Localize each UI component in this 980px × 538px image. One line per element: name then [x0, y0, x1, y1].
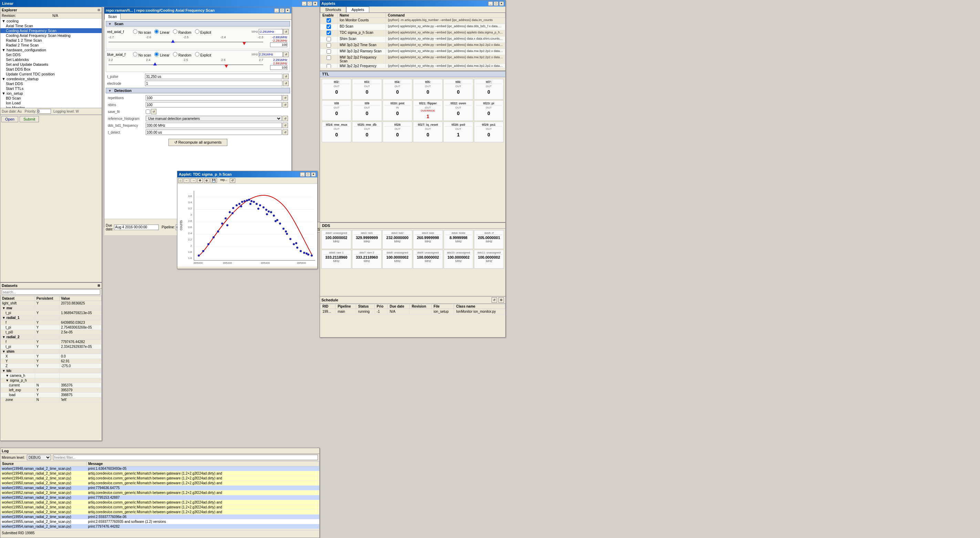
red-refresh-btn[interactable]: ↺ — [283, 29, 289, 35]
tree-item[interactable]: Ion Load — [0, 100, 102, 105]
explicit-radio[interactable] — [195, 29, 199, 34]
dataset-row[interactable]: ▼ radial_1 — [1, 315, 102, 320]
t-detect-refresh[interactable]: ↺ — [282, 129, 288, 135]
tree-item[interactable]: ▼ cooling — [0, 19, 102, 24]
dds-channel[interactable]: dds2: bd2 232.0000000 MHz — [382, 230, 412, 249]
dds-channel[interactable]: dds9: unassigned 100.0000002 MHz — [413, 250, 443, 269]
dataset-row[interactable]: Z Y -275.0 — [1, 364, 102, 369]
dataset-row[interactable]: left_exp Y 395379 — [1, 388, 102, 393]
tree-item[interactable]: Cooling Axial Frequency Scan — [0, 28, 102, 33]
tree-item[interactable]: ▼ coredevice_startup — [0, 76, 102, 81]
random-radio[interactable] — [173, 29, 177, 34]
dds-channel[interactable]: dds6: ram 1 333.2118960 MHz — [321, 250, 352, 269]
no-scan-radio[interactable] — [133, 29, 137, 34]
blue-explicit-label[interactable]: Explicit — [195, 52, 211, 57]
tab-applets[interactable]: Applets — [346, 6, 369, 13]
log-level-select[interactable]: DEBUG WARNING — [27, 455, 51, 460]
tree-item[interactable]: Start DDS — [0, 81, 102, 86]
dataset-row[interactable]: f Y 6439850.03623 — [1, 320, 102, 325]
t-detect-input[interactable] — [146, 129, 282, 135]
applet-enable-cb[interactable] — [326, 49, 331, 54]
applets-max-btn[interactable]: □ — [494, 2, 498, 6]
tree-item[interactable]: Set and Update Datasets — [0, 62, 102, 67]
explicit-label[interactable]: Explicit — [195, 29, 211, 35]
nbins-refresh[interactable]: ↺ — [282, 102, 288, 107]
blue-explicit-radio[interactable] — [195, 52, 199, 56]
scan-close-btn[interactable]: × — [285, 8, 290, 13]
tree-item[interactable]: ▼ ion_setup — [0, 91, 102, 96]
no-scan-label[interactable]: No scan — [133, 29, 151, 35]
dataset-row[interactable]: light_shift Y 20733.8836825 — [1, 301, 102, 306]
red-blue-thumb[interactable] — [171, 40, 175, 43]
dds-channel[interactable]: dds0: unassigned 100.0000002 MHz — [321, 230, 352, 249]
dataset-row[interactable]: X Y 0.0 — [1, 354, 102, 359]
plot-back-btn[interactable]: ← — [184, 178, 189, 183]
dataset-row[interactable]: Y Y 62.91 — [1, 359, 102, 364]
plot-home-btn[interactable]: ⌂ — [178, 178, 183, 183]
dds-channel[interactable]: dds4: tickle 8.9999998 MHz — [444, 230, 474, 249]
tree-item[interactable]: BD Scan — [0, 96, 102, 100]
minimize-button[interactable]: _ — [302, 2, 307, 6]
tab-shortcuts[interactable]: Shortcuts — [320, 6, 346, 13]
repetitions-refresh[interactable]: ↺ — [282, 95, 288, 100]
dataset-row[interactable]: ▼ mw — [1, 306, 102, 311]
datasets-expand-icon[interactable]: ⊞ — [97, 284, 100, 287]
ttl-channel[interactable]: ttl29: ps1 OUT 0 — [474, 122, 504, 142]
maximize-button[interactable]: □ — [307, 2, 312, 6]
tree-item[interactable]: ▼ hardware_configuration — [0, 48, 102, 53]
dataset-row[interactable]: current N 395376 — [1, 383, 102, 388]
scan-min-btn[interactable]: _ — [274, 8, 279, 13]
ttl-channel[interactable]: ttl20: pmt IN 0 — [383, 100, 412, 121]
ttl-channel[interactable]: ttl28: ps0 OUT 1 — [443, 122, 473, 142]
ttl-channel[interactable]: ttl6: OUT 0 — [443, 79, 473, 100]
dataset-row[interactable]: f Y 7797476.44282 — [1, 340, 102, 344]
applet-enable-cb[interactable] — [326, 31, 331, 35]
dataset-row[interactable]: t_pi Y 2.33412929307e-05 — [1, 344, 102, 349]
applets-close-btn[interactable]: × — [499, 2, 504, 6]
dds-channel[interactable]: dds3: bdd 260.9999998 MHz — [413, 230, 443, 249]
recompute-button[interactable]: ↺ Recompute all arguments — [169, 139, 228, 146]
dataset-row[interactable]: ▼ shim — [1, 349, 102, 354]
electrode-refresh[interactable]: ↺ — [283, 81, 289, 86]
applet-enable-cb[interactable] — [326, 37, 331, 41]
tree-item[interactable]: Ion Monitor — [0, 105, 102, 108]
dds-channel[interactable]: dds10: unassigned 100.0000002 MHz — [444, 250, 474, 269]
tree-item[interactable]: Cooling Axial Frequency Scan Heating — [0, 33, 102, 38]
priority-input[interactable] — [37, 109, 51, 114]
applets-min-btn[interactable]: _ — [488, 2, 493, 6]
tab-scan[interactable]: Scan — [104, 13, 121, 20]
ttl-channel[interactable]: ttl8 OUT 0 — [322, 100, 352, 121]
save-fit-refresh[interactable]: ↺ — [151, 109, 156, 115]
dataset-row[interactable]: t_pi Y 1.96894759213e-05 — [1, 311, 102, 315]
plot-zoom-btn[interactable]: ⊕ — [204, 178, 210, 183]
log-filter-input[interactable] — [53, 455, 318, 460]
tree-item[interactable]: Start TTLs — [0, 86, 102, 91]
dataset-row[interactable]: ▼ camera_h — [1, 373, 102, 378]
ttl-channel[interactable]: ttl22: oven OUT 0 — [443, 100, 473, 121]
dataset-row[interactable]: ▼ radial_2 — [1, 335, 102, 340]
t-pulse-input[interactable] — [145, 74, 282, 79]
tree-item[interactable]: Radial 1 2 Time Scan — [0, 38, 102, 43]
scan-max-btn[interactable]: □ — [280, 8, 285, 13]
dataset-row[interactable]: t_pi Y 2.75483063268e-05 — [1, 325, 102, 330]
close-button[interactable]: × — [313, 2, 318, 6]
nbins-input[interactable] — [146, 102, 282, 107]
linear-radio[interactable] — [154, 29, 159, 34]
dataset-row[interactable]: ▼ tdc — [1, 369, 102, 373]
plot-move-btn[interactable]: ✥ — [197, 178, 203, 183]
ttl-channel[interactable]: ttl3: OUT 0 — [352, 79, 382, 100]
tree-item[interactable]: Start DDS Box — [0, 67, 102, 72]
open-button[interactable]: Open — [2, 116, 18, 122]
ttl-channel[interactable]: ttl9 OUT 0 — [352, 100, 382, 121]
dataset-row[interactable]: ▼ sigma_p_h — [1, 378, 102, 383]
red-red-thumb[interactable] — [242, 42, 246, 45]
blue-refresh-btn[interactable]: ↺ — [283, 52, 289, 57]
ttl-channel[interactable]: ttl7: OUT 0 — [474, 79, 504, 100]
blue-red-thumb[interactable] — [224, 65, 228, 68]
tree-item[interactable]: Set DDS — [0, 53, 102, 57]
expand-icon[interactable]: ⊞ — [97, 8, 100, 12]
ttl-channel[interactable]: ttl25: mw_db OUT 0 — [352, 122, 382, 142]
blue-no-scan-label[interactable]: No scan — [133, 52, 151, 57]
red-count-input[interactable] — [270, 42, 287, 47]
applet-enable-cb[interactable] — [326, 56, 331, 60]
